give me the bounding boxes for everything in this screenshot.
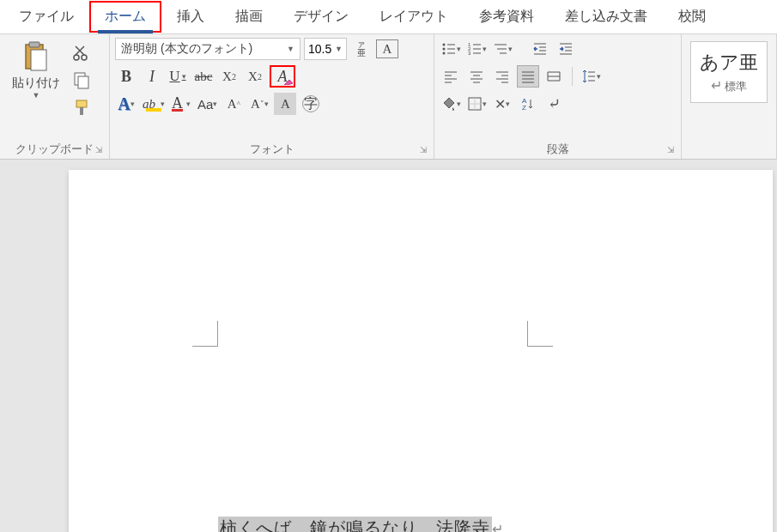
shrink-font-button[interactable]: A˅▾: [248, 93, 270, 115]
style-sample: あア亜: [700, 50, 758, 76]
page[interactable]: [69, 170, 773, 532]
change-case-button[interactable]: Aa▾: [196, 93, 219, 115]
paragraph-mark-icon: ↵: [492, 522, 504, 532]
svg-text:Z: Z: [522, 104, 526, 112]
svg-point-11: [442, 48, 445, 51]
format-painter-button[interactable]: [70, 96, 93, 118]
text-effects-button[interactable]: A▾: [115, 93, 137, 115]
svg-rect-8: [80, 107, 83, 115]
chevron-down-icon: ▼: [33, 91, 40, 100]
group-styles: あア亜 ↵ 標準: [682, 34, 777, 159]
paste-icon: [19, 39, 53, 74]
group-font: 游明朝 (本文のフォント) ▼ 10.5 ▼ ア亜 A B I: [110, 34, 434, 159]
bullets-button[interactable]: ▾: [440, 38, 462, 60]
enclosed-char-button[interactable]: 字: [300, 93, 322, 115]
show-marks-button[interactable]: ⤶: [543, 93, 565, 115]
svg-point-4: [82, 55, 87, 60]
svg-rect-2: [31, 50, 46, 70]
paste-label: 貼り付け: [12, 76, 60, 91]
subscript-button[interactable]: X2: [218, 65, 240, 88]
distributed-button[interactable]: [543, 65, 565, 88]
bold-button[interactable]: B: [115, 65, 137, 88]
svg-point-3: [74, 55, 79, 60]
font-color-button[interactable]: A▾: [170, 93, 192, 115]
paste-button[interactable]: 貼り付け ▼: [5, 38, 67, 100]
increase-indent-button[interactable]: [555, 38, 577, 60]
ribbon-tabs: ファイル ホーム 挿入 描画 デザイン レイアウト 参考資料 差し込み文書 校閲: [0, 0, 777, 34]
group-paragraph: ▾ 123▾ ▾: [434, 34, 682, 159]
svg-rect-7: [76, 100, 87, 107]
tab-review[interactable]: 校閲: [663, 1, 721, 33]
tab-insert[interactable]: 挿入: [161, 1, 220, 33]
chevron-down-icon: ▼: [335, 45, 343, 53]
superscript-button[interactable]: X2: [244, 65, 266, 88]
align-center-button[interactable]: [465, 65, 488, 88]
borders-button[interactable]: ▾: [465, 93, 488, 115]
font-launcher[interactable]: ⇲: [418, 145, 428, 155]
grow-font-button[interactable]: A^: [222, 93, 245, 115]
svg-rect-6: [78, 76, 88, 88]
style-name: ↵ 標準: [711, 77, 748, 94]
numbering-button[interactable]: 123▾: [465, 38, 488, 60]
char-border-button[interactable]: A: [376, 39, 398, 58]
document-text[interactable]: 柿くへば 鐘が鳴るなり 法隆寺↵: [218, 517, 504, 532]
font-name-select[interactable]: 游明朝 (本文のフォント) ▼: [115, 38, 300, 60]
char-shading-button[interactable]: A: [274, 93, 296, 115]
asian-layout-button[interactable]: ✕▾: [491, 93, 513, 115]
chevron-down-icon: ▼: [287, 45, 294, 53]
sort-button[interactable]: AZ: [517, 93, 539, 115]
tab-design[interactable]: デザイン: [278, 1, 364, 33]
margin-corner-tl: [192, 321, 218, 347]
font-size-select[interactable]: 10.5 ▼: [304, 38, 347, 60]
decrease-indent-button[interactable]: [529, 38, 551, 60]
svg-rect-1: [29, 42, 39, 47]
group-clipboard: 貼り付け ▼ クリップボード ⇲: [0, 34, 110, 159]
strikethrough-button[interactable]: abc: [192, 65, 215, 88]
clear-format-button[interactable]: A: [270, 65, 295, 88]
group-label-paragraph: 段落 ⇲: [440, 138, 676, 157]
justify-button[interactable]: [517, 65, 539, 88]
ruby-button[interactable]: ア亜: [350, 38, 373, 60]
cut-button[interactable]: [70, 41, 93, 63]
paragraph-launcher[interactable]: ⇲: [665, 145, 676, 155]
style-normal[interactable]: あア亜 ↵ 標準: [690, 41, 768, 103]
svg-point-13: [442, 52, 445, 55]
group-label-font: フォント ⇲: [115, 138, 428, 157]
clipboard-launcher[interactable]: ⇲: [94, 145, 104, 155]
tab-layout[interactable]: レイアウト: [364, 1, 464, 33]
tab-references[interactable]: 参考資料: [464, 1, 549, 33]
align-left-button[interactable]: [440, 65, 462, 88]
margin-corner-tr: [527, 321, 553, 347]
align-right-button[interactable]: [491, 65, 513, 88]
document-area: 柿くへば 鐘が鳴るなり 法隆寺↵: [0, 160, 777, 532]
tab-file[interactable]: ファイル: [3, 1, 89, 33]
underline-button[interactable]: U▾: [167, 65, 189, 88]
copy-button[interactable]: [70, 69, 93, 91]
italic-button[interactable]: I: [141, 65, 163, 88]
tab-mailings[interactable]: 差し込み文書: [549, 1, 663, 33]
tab-draw[interactable]: 描画: [220, 1, 278, 33]
ribbon: 貼り付け ▼ クリップボード ⇲: [0, 34, 777, 160]
tab-home[interactable]: ホーム: [89, 1, 161, 33]
highlight-button[interactable]: ab ▾: [141, 93, 167, 115]
svg-text:3: 3: [468, 51, 471, 56]
multilevel-button[interactable]: ▾: [491, 38, 513, 60]
group-label-clipboard: クリップボード ⇲: [5, 138, 104, 157]
svg-point-9: [442, 44, 445, 46]
shading-button[interactable]: ▾: [440, 93, 462, 115]
line-spacing-button[interactable]: ▾: [580, 65, 602, 88]
